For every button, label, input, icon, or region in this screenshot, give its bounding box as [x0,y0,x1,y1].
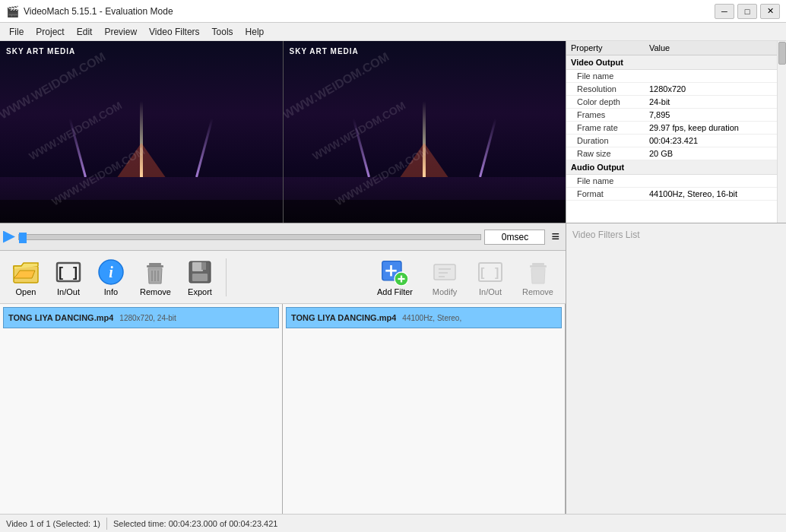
svg-text:i: i [109,264,113,280]
beam-left [69,118,87,177]
add-filter-icon [381,258,408,286]
prop-value: 44100Hz, Stereo, 16-bit [645,188,777,201]
export-icon [186,258,214,286]
toolbar: Open [ ] In/Out i [0,251,566,304]
add-filter-label: Add Filter [377,287,413,296]
timeline-thumb[interactable] [19,233,27,243]
right-stage-visual [284,41,566,223]
inout-filter-button[interactable]: [ ] In/Out [471,255,510,299]
audio-filename: TONG LIYA DANCING.mp4 [291,313,396,322]
table-row: Raw size20 GB [566,147,777,160]
inout-filter-label: In/Out [479,287,502,296]
prop-name: Frames [566,109,645,122]
right-toolbar: Add Filter Modify [371,255,559,299]
export-button[interactable]: Export [180,255,220,299]
tracks-area: TONG LIYA DANCING.mp4 1280x720, 24-bit W… [0,304,566,514]
timeline-menu-dots[interactable]: ≡ [548,229,563,245]
remove-filter-label: Remove [522,287,553,296]
prop-value: 7,895 [645,109,777,122]
section-header: Video Output [566,55,777,70]
info-label: Info [104,287,118,296]
section-header: Audio Output [566,160,777,175]
pyramid-left [115,143,168,181]
prop-name: Duration [566,135,645,147]
remove-label: Remove [140,287,171,296]
table-row: Frames7,895 [566,109,777,122]
prop-name: File name [566,70,645,83]
svg-text:]: ] [73,264,78,280]
svg-rect-28 [532,263,544,265]
maximize-button[interactable]: □ [737,4,757,19]
remove-button[interactable]: Remove [134,255,177,299]
title-bar-left: 🎬 VideoMach 5.15.1 - Evaluation Mode [6,5,173,17]
audio-meta: 44100Hz, Stereo, [402,314,461,322]
svg-rect-12 [192,262,203,271]
prop-value: 24-bit [645,96,777,109]
timeline-bar[interactable] [18,234,481,240]
info-icon: i [97,258,125,286]
prop-name: File name [566,175,645,188]
left-area: SKY ART MEDIA WWW.WEIDOM.COM WWW.WEIDOM.… [0,41,566,514]
props-scrollbar-thumb[interactable] [778,42,786,65]
menu-edit[interactable]: Edit [71,25,99,39]
table-row: Format44100Hz, Stereo, 16-bit [566,188,777,201]
menu-video-filters[interactable]: Video Filters [143,25,205,39]
info-button[interactable]: i Info [91,255,131,299]
properties-table: Property Value Video OutputFile nameReso… [566,41,777,201]
video-track-item[interactable]: TONG LIYA DANCING.mp4 1280x720, 24-bit [3,307,279,328]
right-panel-wrapper: Property Value Video OutputFile nameReso… [566,41,786,514]
svg-text:]: ] [495,266,499,279]
prop-value [645,70,777,83]
title-bar-controls: ─ □ ✕ [715,4,780,19]
left-video-panel: SKY ART MEDIA WWW.WEIDOM.COM WWW.WEIDOM.… [0,41,284,223]
video-filename: TONG LIYA DANCING.mp4 [8,313,113,322]
props-content: Property Value Video OutputFile nameReso… [566,41,777,223]
svg-rect-14 [201,262,206,270]
modify-icon [431,258,458,286]
filters-section: Video Filters List [566,223,786,514]
right-video-label: SKY ART MEDIA [290,47,359,55]
open-button[interactable]: Open [6,255,46,299]
status-left: Video 1 of 1 (Selected: 1) [6,519,100,528]
prop-value: 00:04:23.421 [645,135,777,147]
menu-preview[interactable]: Preview [98,25,143,39]
timeline-play-btn[interactable] [3,231,15,243]
menu-tools[interactable]: Tools [206,25,239,39]
add-filter-button[interactable]: Add Filter [371,255,419,299]
left-video-label: SKY ART MEDIA [6,47,75,55]
crowd-left [0,200,283,223]
beam-right [195,118,214,177]
main-area: SKY ART MEDIA WWW.WEIDOM.COM WWW.WEIDOM.… [0,41,786,514]
props-section: Property Value Video OutputFile nameReso… [566,41,786,223]
svg-rect-7 [147,265,163,268]
props-scrollbar[interactable] [777,41,786,223]
timeline: 0msec ≡ [0,223,566,251]
minimize-button[interactable]: ─ [715,4,734,19]
filters-list-label: Video Filters List [572,230,639,240]
menu-file[interactable]: File [3,25,30,39]
modify-button[interactable]: Modify [425,255,464,299]
table-row: File name [566,175,777,188]
menu-bar: File Project Edit Preview Video Filters … [0,23,786,41]
audio-track-item[interactable]: TONG LIYA DANCING.mp4 44100Hz, Stereo, [286,307,562,328]
inout-filter-icon: [ ] [477,258,504,286]
menu-project[interactable]: Project [30,25,70,39]
inout-button[interactable]: [ ] In/Out [49,255,88,299]
toolbar-separator [226,258,227,296]
val-header: Value [645,41,777,55]
video-meta: 1280x720, 24-bit [119,314,176,322]
prop-name: Frame rate [566,122,645,135]
prop-name: Raw size [566,147,645,160]
svg-rect-21 [434,264,455,280]
remove-filter-button[interactable]: Remove [516,255,559,299]
menu-help[interactable]: Help [239,25,271,39]
remove-filter-icon [525,258,552,286]
time-display: 0msec [484,230,545,245]
app-icon: 🎬 [6,5,19,17]
close-button[interactable]: ✕ [760,4,780,19]
video-previews: SKY ART MEDIA WWW.WEIDOM.COM WWW.WEIDOM.… [0,41,566,223]
prop-name: Color depth [566,96,645,109]
remove-icon [141,258,169,286]
modify-label: Modify [433,287,457,296]
pyramid-right [398,143,451,181]
